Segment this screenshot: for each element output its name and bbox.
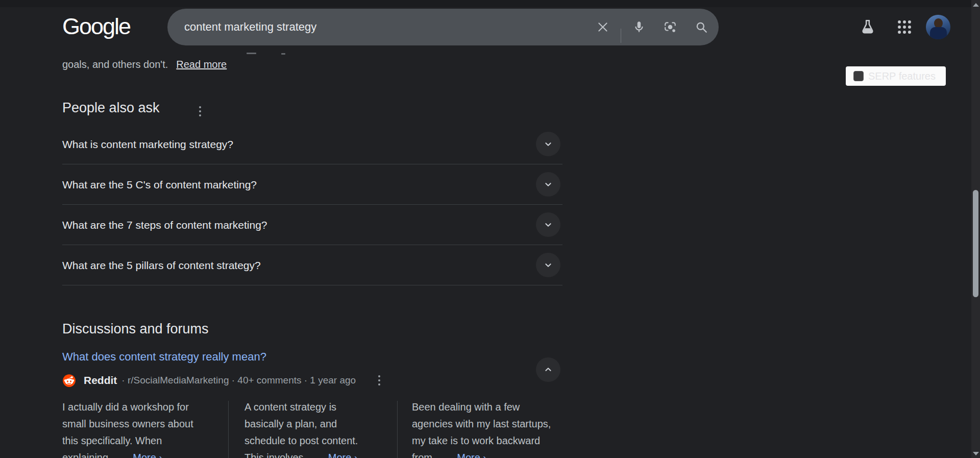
- expand-chevron-button[interactable]: [536, 212, 560, 237]
- main-content: goals, and others don't.Read more People…: [62, 0, 562, 458]
- discussion-thread-link[interactable]: What does content strategy really mean?: [62, 350, 266, 364]
- reddit-icon[interactable]: [62, 374, 76, 388]
- scrollbar-thumb[interactable]: [973, 190, 978, 297]
- discussions-title: Discussions and forums: [62, 321, 209, 337]
- google-serp-dark-page: { "header": { "logo_text": "Google", "se…: [0, 0, 980, 458]
- profile-avatar[interactable]: [926, 15, 950, 39]
- more-link[interactable]: More ›: [133, 449, 162, 458]
- voice-search-icon[interactable]: [632, 20, 646, 34]
- people-also-ask-list: What is content marketing strategy? What…: [62, 124, 562, 285]
- scroll-down-arrow-icon[interactable]: [973, 452, 979, 455]
- excerpt-line: my take is to work backward: [412, 432, 562, 449]
- column-divider: [228, 401, 229, 458]
- paa-question-text: What is content marketing strategy?: [62, 124, 233, 164]
- avatar-body: [930, 27, 947, 39]
- serp-features-badge[interactable]: SERP features: [846, 66, 946, 86]
- scroll-up-arrow-icon[interactable]: [973, 3, 979, 7]
- vertical-scrollbar[interactable]: [971, 0, 980, 458]
- paa-question-row[interactable]: What is content marketing strategy?: [62, 124, 562, 164]
- excerpt-line: schedule to post content.: [244, 432, 398, 449]
- paa-question-row[interactable]: What are the 5 pillars of content strate…: [62, 245, 562, 285]
- answer-snippet-line: goals, and others don't.Read more: [62, 59, 227, 70]
- thread-menu-icon[interactable]: [375, 372, 383, 389]
- people-also-ask-title: People also ask: [62, 100, 160, 116]
- paa-question-text: What are the 5 C's of content marketing?: [62, 164, 257, 205]
- discussion-source-row: Reddit · r/SocialMediaMarketing · 40+ co…: [62, 372, 383, 389]
- excerpt-tail: This involves ...: [244, 449, 315, 458]
- apps-grid-icon[interactable]: [896, 18, 913, 36]
- paa-menu-icon[interactable]: [196, 103, 204, 119]
- excerpt-tail: explaining ...: [62, 449, 119, 458]
- serp-features-checkbox[interactable]: [853, 71, 864, 81]
- labs-flask-icon[interactable]: [859, 18, 876, 36]
- expand-chevron-button[interactable]: [536, 253, 560, 277]
- excerpt-line: small business owners about: [62, 416, 215, 432]
- excerpt-line: this specifically. When: [62, 432, 215, 449]
- serp-features-label: SERP features: [868, 70, 936, 82]
- column-divider: [397, 401, 398, 458]
- paa-question-row[interactable]: What are the 5 C's of content marketing?: [62, 164, 562, 205]
- source-name[interactable]: Reddit: [84, 374, 117, 387]
- clipped-text-fragment: [281, 53, 285, 55]
- more-link[interactable]: More ›: [457, 449, 486, 458]
- excerpt-line: I actually did a workshop for: [62, 399, 215, 416]
- search-submit-icon[interactable]: [695, 20, 708, 34]
- expand-chevron-button[interactable]: [536, 132, 560, 156]
- excerpt-line: agencies with my last startups,: [412, 416, 562, 432]
- discussion-excerpts: I actually did a workshop for small busi…: [62, 397, 562, 458]
- paa-question-row[interactable]: What are the 7 steps of content marketin…: [62, 205, 562, 245]
- expand-chevron-button[interactable]: [536, 172, 560, 197]
- clipped-text-fragment: [247, 53, 256, 54]
- read-more-link[interactable]: Read more: [176, 59, 227, 70]
- thread-meta: · r/SocialMediaMarketing · 40+ comments …: [121, 375, 356, 386]
- excerpt-tail: from ...: [412, 449, 444, 458]
- excerpt-line: A content strategy is: [244, 399, 398, 416]
- google-lens-icon[interactable]: [664, 20, 677, 34]
- snippet-text: goals, and others don't.: [62, 59, 168, 70]
- searchbar-divider: [621, 29, 621, 43]
- excerpt-column: Been dealing with a few agencies with my…: [412, 399, 562, 458]
- excerpt-line: Been dealing with a few: [412, 399, 562, 416]
- excerpt-column: A content strategy is basically a plan, …: [244, 399, 398, 458]
- more-link[interactable]: More ›: [328, 449, 358, 458]
- clear-search-icon[interactable]: [596, 20, 609, 34]
- paa-question-text: What are the 7 steps of content marketin…: [62, 205, 267, 245]
- excerpt-line: basically a plan, and: [244, 416, 398, 432]
- paa-question-text: What are the 5 pillars of content strate…: [62, 245, 261, 285]
- collapse-chevron-button[interactable]: [536, 357, 560, 382]
- excerpt-column: I actually did a workshop for small busi…: [62, 399, 215, 458]
